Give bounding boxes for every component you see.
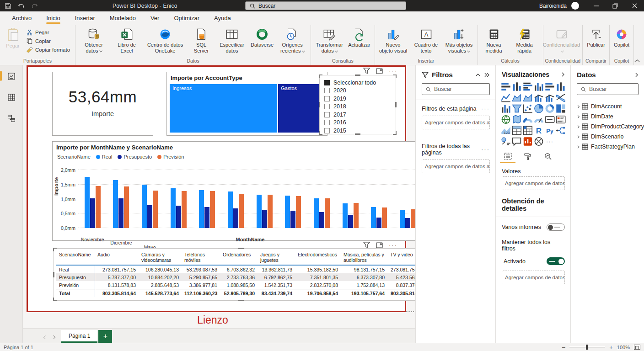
funnel-chart-icon[interactable] — [512, 104, 522, 113]
avatar[interactable] — [571, 2, 579, 10]
area-chart-icon[interactable] — [512, 93, 522, 102]
bar-presupuesto[interactable] — [290, 211, 295, 228]
bar-chart-visual[interactable]: Importe por MonthName y ScenarioName Sce… — [52, 141, 428, 241]
column-header[interactable]: Juegos y juguetes — [258, 250, 295, 265]
blank-visual-icon[interactable] — [534, 137, 544, 146]
qa-visual-icon[interactable] — [512, 137, 522, 146]
ribbon-chart-icon[interactable] — [556, 93, 566, 102]
bar-real[interactable] — [142, 185, 147, 228]
fit-to-page-icon[interactable] — [634, 345, 640, 350]
clustered-bar-chart-icon[interactable] — [523, 82, 533, 91]
global-search-input[interactable]: Buscar — [245, 1, 406, 10]
keep-filters-toggle[interactable] — [547, 257, 565, 265]
page-tab[interactable]: Página 1 — [61, 330, 97, 343]
filled-map-icon[interactable] — [512, 115, 522, 124]
more-options-icon[interactable]: ··· — [389, 69, 397, 73]
report-view-button[interactable] — [5, 70, 18, 83]
paste-button[interactable]: Pegar — [2, 27, 24, 49]
más-objetos-visuales-button[interactable]: Más objetos visuales — [443, 27, 476, 54]
bar-previsión[interactable] — [96, 186, 101, 228]
focus-mode-icon[interactable] — [376, 68, 383, 74]
minimize-button[interactable] — [586, 0, 606, 11]
bar-presupuesto[interactable] — [348, 215, 353, 228]
card-visual[interactable]: 53,64mm Importe — [52, 72, 153, 136]
hide-pane-icon[interactable] — [484, 73, 490, 77]
resize-handle[interactable] — [395, 102, 397, 107]
bar-presupuesto[interactable] — [118, 198, 123, 228]
resize-handle[interactable] — [355, 133, 360, 135]
menu-tab-archivo[interactable]: Archivo — [6, 12, 37, 24]
bar-previsión[interactable] — [325, 198, 330, 228]
nuevo-objeto-visual-button[interactable]: Nuevo objeto visual — [377, 27, 410, 54]
checkbox-icon[interactable] — [324, 96, 330, 101]
undo-icon[interactable] — [18, 2, 25, 9]
especificar-datos-button[interactable]: Especificar datos — [215, 27, 248, 54]
copiar-button[interactable]: Copiar — [25, 37, 71, 45]
bar-previsión[interactable] — [210, 191, 215, 228]
legend-item-presupuesto[interactable]: Presupuesto — [118, 154, 152, 160]
bar-previsión[interactable] — [153, 191, 158, 228]
resize-handle[interactable] — [355, 74, 360, 76]
actualizar-button[interactable]: Actualizar — [346, 27, 372, 48]
bar-presupuesto[interactable] — [147, 205, 152, 228]
bar-real[interactable] — [343, 203, 348, 228]
resize-handle[interactable] — [53, 248, 57, 251]
table-view-button[interactable] — [5, 91, 18, 104]
slicer-item-2020[interactable]: 2020 — [320, 87, 396, 95]
next-page-icon[interactable] — [52, 335, 55, 339]
data-table-item-factstrategyplan[interactable]: FactStrategyPlan — [571, 142, 644, 152]
chevron-right-icon[interactable] — [576, 145, 580, 148]
add-page-button[interactable]: + — [98, 330, 112, 343]
table-icon[interactable] — [512, 126, 522, 135]
map-icon[interactable] — [501, 115, 511, 124]
bar-presupuesto[interactable] — [90, 198, 95, 228]
bar-real[interactable] — [199, 190, 204, 228]
matrix-icon[interactable] — [523, 126, 533, 135]
bar-previsión[interactable] — [239, 194, 244, 228]
menu-tab-modelado[interactable]: Modelado — [104, 12, 141, 24]
checkbox-icon[interactable] — [324, 104, 330, 109]
close-button[interactable] — [625, 0, 644, 11]
redo-icon[interactable] — [31, 2, 38, 9]
tab-format[interactable] — [523, 152, 533, 161]
slicer-item-2017[interactable]: 2017 — [320, 111, 396, 119]
decomposition-tree-icon[interactable] — [556, 126, 566, 135]
stacked-column-chart-icon[interactable] — [512, 82, 522, 91]
pegar-button[interactable]: Pegar — [25, 28, 71, 36]
centro-de-datos-onelake-button[interactable]: Centro de datos OneLake — [143, 27, 187, 54]
resize-handle[interactable] — [238, 248, 244, 249]
menu-tab-ayuda[interactable]: Ayuda — [209, 12, 236, 24]
line-chart-icon[interactable] — [501, 93, 511, 102]
bar-presupuesto[interactable] — [405, 218, 410, 228]
bar-presupuesto[interactable] — [233, 208, 238, 228]
menu-tab-ver[interactable]: Ver — [145, 12, 165, 24]
bar-presupuesto[interactable] — [204, 207, 209, 228]
table-row[interactable]: Previsión8.131.578,832.885.648,533.386.9… — [56, 281, 427, 289]
collapse-all-icon[interactable] — [475, 73, 481, 77]
bar-real[interactable] — [257, 195, 262, 228]
resize-handle[interactable] — [53, 298, 57, 301]
libro-de-excel-button[interactable]: Libro de Excel — [110, 27, 143, 54]
checkbox-icon[interactable] — [324, 120, 330, 125]
obtener-datos-button[interactable]: Obtener datos — [77, 27, 110, 54]
legend-item-real[interactable]: Real — [96, 154, 113, 160]
donut-chart-icon[interactable] — [545, 104, 555, 113]
more-options-icon[interactable]: ··· — [481, 107, 490, 111]
menu-tab-insertar[interactable]: Insertar — [70, 12, 101, 24]
data-table-item-dimdate[interactable]: DimDate — [571, 112, 644, 122]
nueva-medida-button[interactable]: Nueva medida — [480, 27, 508, 54]
azure-map-icon[interactable] — [534, 115, 544, 124]
treemap-block-gastos[interactable]: Gastos — [278, 84, 324, 133]
column-header[interactable]: Ordenadores — [220, 250, 258, 265]
stacked-bar-chart-icon[interactable] — [501, 82, 511, 91]
resize-handle[interactable] — [319, 131, 322, 135]
menu-tab-optimizar[interactable]: Optimizar — [168, 12, 205, 24]
dataverse-button[interactable]: Dataverse — [248, 27, 276, 48]
chevron-right-icon[interactable] — [576, 135, 580, 138]
slicer-item-2016[interactable]: 2016 — [320, 119, 396, 127]
slicer-select-all[interactable]: Seleccionar todo — [320, 79, 396, 87]
shape-map-icon[interactable] — [523, 115, 533, 124]
multi-row-card-icon[interactable]: 123 — [501, 126, 511, 135]
hide-pane-icon[interactable] — [635, 73, 639, 77]
100-stacked-bar-chart-icon[interactable] — [545, 82, 555, 91]
